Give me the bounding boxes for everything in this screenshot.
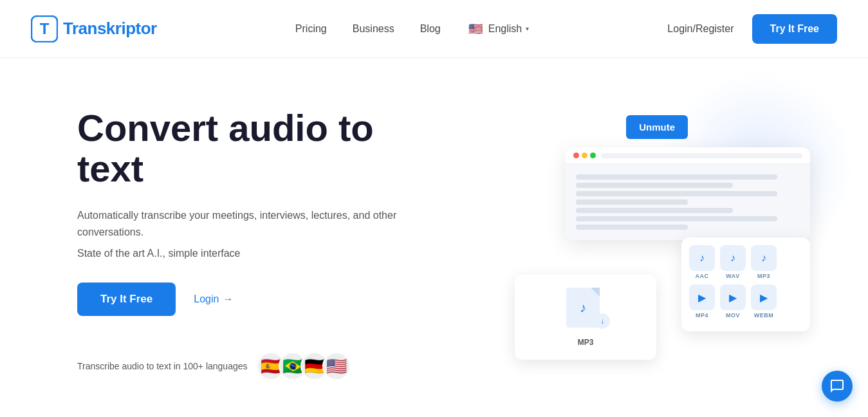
nav-pricing[interactable]: Pricing	[295, 23, 327, 35]
transcription-lines	[576, 174, 800, 230]
wav-icon: ♪	[720, 245, 746, 271]
close-dot	[573, 153, 579, 158]
browser-window	[566, 147, 810, 240]
mp3-file-icon: ♪ ↓	[566, 288, 605, 333]
hero-left: Convert audio to text Automatically tran…	[77, 107, 450, 381]
text-line	[576, 225, 688, 230]
nav-links: Pricing Business Blog 🇺🇸 English ▾	[295, 20, 529, 38]
webm-label: WEBM	[754, 312, 774, 319]
text-line	[576, 174, 777, 180]
music-note-icon: ♪	[580, 301, 586, 315]
nav-business[interactable]: Business	[353, 23, 394, 35]
logo-icon: T	[31, 15, 58, 42]
hero-actions: Try It Free Login →	[77, 283, 450, 316]
file-types-row2: ▶ MP4 ▶ MOV ▶ WEBM	[689, 284, 802, 319]
ft-aac: ♪ AAC	[689, 245, 715, 279]
logo[interactable]: T Transkriptor	[31, 15, 157, 42]
mp3-icon: ♪ ↓	[566, 288, 605, 333]
nav-blog[interactable]: Blog	[420, 23, 441, 35]
browser-body	[566, 164, 810, 240]
chat-icon	[829, 378, 845, 394]
logo-wordmark: Transkriptor	[63, 19, 157, 39]
upload-area: ♪ ↓ MP3	[515, 275, 656, 360]
flag-stack: 🇪🇸 🇧🇷 🇩🇪 🇺🇸	[257, 352, 351, 380]
aac-label: AAC	[696, 273, 709, 279]
minimize-dot	[582, 153, 587, 158]
login-register-link[interactable]: Login/Register	[667, 23, 734, 35]
download-icon: ↓	[595, 313, 610, 329]
hero-section: Convert audio to text Automatically tran…	[0, 58, 868, 417]
language-selector[interactable]: 🇺🇸 English ▾	[466, 20, 529, 38]
unmute-button[interactable]: Unmute	[626, 115, 688, 139]
url-bar	[601, 153, 802, 158]
text-content-area	[576, 174, 800, 230]
wav-label: WAV	[726, 273, 739, 279]
text-line	[576, 208, 733, 213]
text-line	[576, 183, 733, 188]
hero-title: Convert audio to text	[77, 107, 450, 190]
arrow-right-icon: →	[223, 293, 233, 305]
ft-mp3: ♪ MP3	[751, 245, 777, 279]
navbar: T Transkriptor Pricing Business Blog 🇺🇸 …	[0, 0, 868, 58]
window-controls	[573, 153, 596, 158]
mp3-label-grid: MP3	[757, 273, 770, 279]
hero-try-free-button[interactable]: Try It Free	[77, 283, 176, 316]
mp3-icon-grid: ♪	[751, 245, 777, 271]
try-free-button[interactable]: Try It Free	[752, 14, 837, 44]
text-line	[576, 216, 777, 221]
browser-toolbar	[566, 147, 810, 164]
language-label: English	[488, 23, 522, 35]
text-line	[576, 199, 688, 205]
chevron-down-icon: ▾	[526, 25, 529, 32]
file-fold	[591, 288, 600, 297]
maximize-dot	[590, 153, 596, 158]
hero-subtitle: Automatically transcribe your meetings, …	[77, 207, 450, 240]
languages-label: Transcribe audio to text in 100+ languag…	[77, 361, 248, 371]
mp4-icon: ▶	[689, 284, 715, 310]
file-types-row1: ♪ AAC ♪ WAV ♪ MP3	[689, 245, 802, 279]
aac-icon: ♪	[689, 245, 715, 271]
mp4-label: MP4	[696, 312, 708, 319]
hero-tagline: State of the art A.I., simple interface	[77, 248, 450, 259]
ft-webm: ▶ WEBM	[751, 284, 777, 319]
mov-label: MOV	[726, 312, 740, 319]
mov-icon: ▶	[720, 284, 746, 310]
text-line	[576, 191, 777, 196]
svg-text:T: T	[40, 20, 50, 37]
ft-mp4: ▶ MP4	[689, 284, 715, 319]
file-type-label: MP3	[578, 338, 594, 347]
hero-login-link[interactable]: Login →	[194, 293, 233, 305]
ft-mov: ▶ MOV	[720, 284, 746, 319]
webm-icon: ▶	[751, 284, 777, 310]
ft-wav: ♪ WAV	[720, 245, 746, 279]
nav-right: Login/Register Try It Free	[667, 14, 837, 44]
flag-english: 🇺🇸	[322, 352, 351, 380]
hero-languages: Transcribe audio to text in 100+ languag…	[77, 352, 450, 380]
file-type-grid: ♪ AAC ♪ WAV ♪ MP3 ▶ MP4 ▶	[681, 237, 810, 331]
hero-illustration: Unmute	[450, 109, 817, 379]
chat-bubble[interactable]	[822, 371, 853, 402]
flag-icon: 🇺🇸	[466, 20, 485, 38]
